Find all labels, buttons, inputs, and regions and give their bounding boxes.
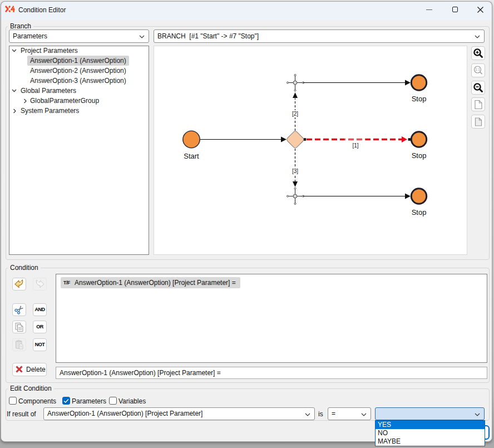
svg-text:Start: Start [184, 152, 199, 160]
svg-text:Stop: Stop [412, 151, 427, 160]
svg-text:[1]: [1] [352, 142, 358, 149]
svg-text:1:1: 1:1 [475, 67, 480, 71]
svg-text:Stop: Stop [412, 95, 427, 103]
svg-text:[2]: [2] [292, 111, 298, 117]
svg-text:Stop: Stop [412, 208, 427, 216]
svg-text:[3]: [3] [292, 168, 298, 174]
